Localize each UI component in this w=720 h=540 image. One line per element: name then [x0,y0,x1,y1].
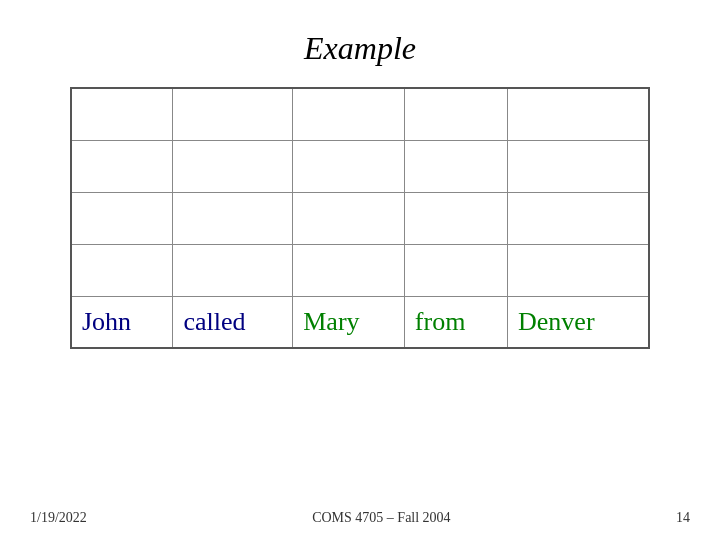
cell [404,192,507,244]
cell [508,192,649,244]
cell [404,88,507,140]
slide: Example [0,0,720,540]
cell [173,140,293,192]
cell [508,88,649,140]
cell [293,192,405,244]
cell [173,192,293,244]
cell-called: called [173,296,293,348]
cell-denver: Denver [508,296,649,348]
footer-page: 14 [676,510,690,526]
cell-john: John [71,296,173,348]
cell [293,244,405,296]
table-row [71,88,649,140]
cell [293,140,405,192]
cell [404,140,507,192]
cell [508,244,649,296]
footer-course: COMS 4705 – Fall 2004 [312,510,450,526]
table-row [71,140,649,192]
footer-date: 1/19/2022 [30,510,87,526]
table-wrapper: John called Mary from Denver [70,87,650,349]
slide-title: Example [0,30,720,67]
table-row [71,244,649,296]
words-row: John called Mary from Denver [71,296,649,348]
cell [508,140,649,192]
example-table: John called Mary from Denver [70,87,650,349]
footer: 1/19/2022 COMS 4705 – Fall 2004 14 [0,510,720,526]
cell [173,88,293,140]
cell [71,88,173,140]
cell [71,140,173,192]
cell-from: from [404,296,507,348]
cell [293,88,405,140]
table-row [71,192,649,244]
cell [404,244,507,296]
cell-mary: Mary [293,296,405,348]
cell [71,192,173,244]
cell [173,244,293,296]
cell [71,244,173,296]
